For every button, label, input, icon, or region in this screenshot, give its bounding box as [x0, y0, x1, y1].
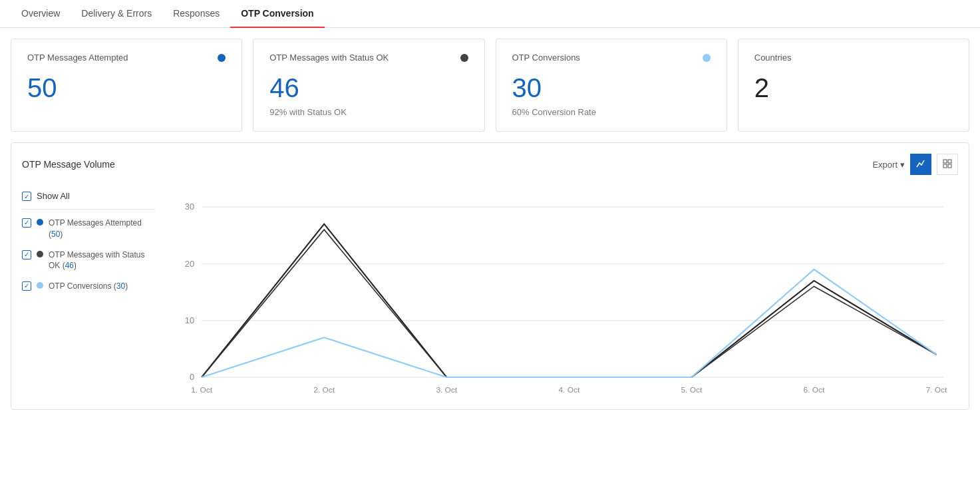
chevron-down-icon: ▾	[900, 160, 905, 170]
card-countries-value: 2	[754, 73, 953, 103]
card-otp-conversions: OTP Conversions 30 60% Conversion Rate	[496, 39, 727, 132]
card-otp-attempted: OTP Messages Attempted 50	[11, 39, 242, 132]
legend-status-ok-dot	[37, 251, 43, 257]
line-status-ok	[202, 230, 936, 377]
chart-section: OTP Message Volume Export ▾	[11, 142, 969, 410]
legend-conversions-dot	[37, 282, 43, 289]
legend-attempted-checkbox[interactable]: ✓	[22, 218, 31, 228]
card-otp-attempted-dot	[218, 54, 226, 62]
export-label: Export	[872, 160, 898, 170]
svg-rect-3	[948, 164, 951, 168]
svg-rect-0	[943, 160, 947, 163]
card-otp-attempted-value: 50	[27, 73, 226, 103]
legend-attempted-label: OTP Messages Attempted (50)	[49, 218, 155, 240]
svg-text:3. Oct: 3. Oct	[436, 386, 457, 395]
legend-item-conversions: ✓ OTP Conversions (30)	[22, 281, 155, 292]
chart-icon	[916, 159, 925, 170]
export-button[interactable]: Export ▾	[872, 160, 905, 170]
tabs-bar: Overview Delivery & Errors Responses OTP…	[0, 0, 980, 28]
card-otp-status-ok-value: 46	[269, 73, 468, 103]
card-countries: Countries 2	[738, 39, 969, 132]
chart-legend: ✓ Show All ✓ OTP Messages Attempted (50)…	[22, 186, 155, 399]
svg-rect-2	[943, 164, 947, 168]
card-otp-status-ok: OTP Messages with Status OK 46 92% with …	[253, 39, 484, 132]
svg-text:2. Oct: 2. Oct	[313, 386, 335, 395]
tab-delivery[interactable]: Delivery & Errors	[71, 0, 162, 28]
chart-controls: Export ▾	[872, 154, 958, 175]
legend-conversions-label: OTP Conversions (30)	[49, 281, 128, 292]
card-otp-status-ok-dot	[460, 54, 468, 62]
card-otp-conversions-title: OTP Conversions	[512, 53, 580, 63]
svg-rect-1	[948, 160, 951, 163]
tab-responses[interactable]: Responses	[162, 0, 230, 28]
tab-otp-conversion[interactable]: OTP Conversion	[230, 0, 324, 28]
svg-text:20: 20	[185, 259, 194, 269]
show-all-checkbox[interactable]: ✓	[22, 192, 31, 201]
svg-text:6. Oct: 6. Oct	[804, 386, 825, 395]
legend-item-status-ok: ✓ OTP Messages with Status OK (46)	[22, 249, 155, 272]
svg-text:0: 0	[190, 372, 194, 382]
svg-text:7. Oct: 7. Oct	[926, 386, 947, 395]
svg-text:1. Oct: 1. Oct	[191, 386, 212, 395]
legend-show-all: ✓ Show All	[22, 191, 155, 210]
view-chart-button[interactable]	[910, 154, 931, 175]
card-otp-conversions-value: 30	[512, 73, 711, 103]
card-otp-conversions-subtitle: 60% Conversion Rate	[512, 107, 711, 117]
legend-attempted-dot	[37, 219, 43, 226]
card-otp-status-ok-title: OTP Messages with Status OK	[269, 53, 389, 63]
line-attempted	[202, 224, 936, 377]
chart-header: OTP Message Volume Export ▾	[22, 154, 958, 175]
card-countries-title: Countries	[754, 53, 792, 63]
legend-item-attempted: ✓ OTP Messages Attempted (50)	[22, 218, 155, 240]
legend-status-ok-label: OTP Messages with Status OK (46)	[49, 249, 155, 272]
svg-text:10: 10	[185, 315, 194, 325]
line-conversions	[202, 269, 936, 377]
card-otp-attempted-title: OTP Messages Attempted	[27, 53, 128, 63]
svg-text:30: 30	[185, 202, 194, 212]
svg-text:5. Oct: 5. Oct	[681, 386, 703, 395]
legend-status-ok-count: 46	[65, 261, 74, 270]
svg-text:4. Oct: 4. Oct	[558, 386, 579, 395]
tab-overview[interactable]: Overview	[11, 0, 71, 28]
legend-status-ok-checkbox[interactable]: ✓	[22, 250, 31, 259]
chart-svg: 30 20 10 0 1. Oct 2. Oct 3. Oc	[166, 186, 958, 399]
chart-body: ✓ Show All ✓ OTP Messages Attempted (50)…	[22, 186, 958, 399]
card-otp-status-ok-subtitle: 92% with Status OK	[269, 107, 468, 117]
show-all-label: Show All	[37, 191, 70, 201]
chart-area: 30 20 10 0 1. Oct 2. Oct 3. Oc	[166, 186, 958, 399]
legend-conversions-checkbox[interactable]: ✓	[22, 281, 31, 291]
metrics-row: OTP Messages Attempted 50 OTP Messages w…	[0, 28, 980, 142]
legend-attempted-count: 50	[51, 230, 60, 239]
legend-conversions-count: 30	[116, 281, 125, 291]
view-table-button[interactable]	[937, 154, 958, 175]
chart-title: OTP Message Volume	[22, 159, 115, 170]
card-otp-conversions-dot	[703, 54, 711, 62]
table-icon	[943, 159, 952, 170]
